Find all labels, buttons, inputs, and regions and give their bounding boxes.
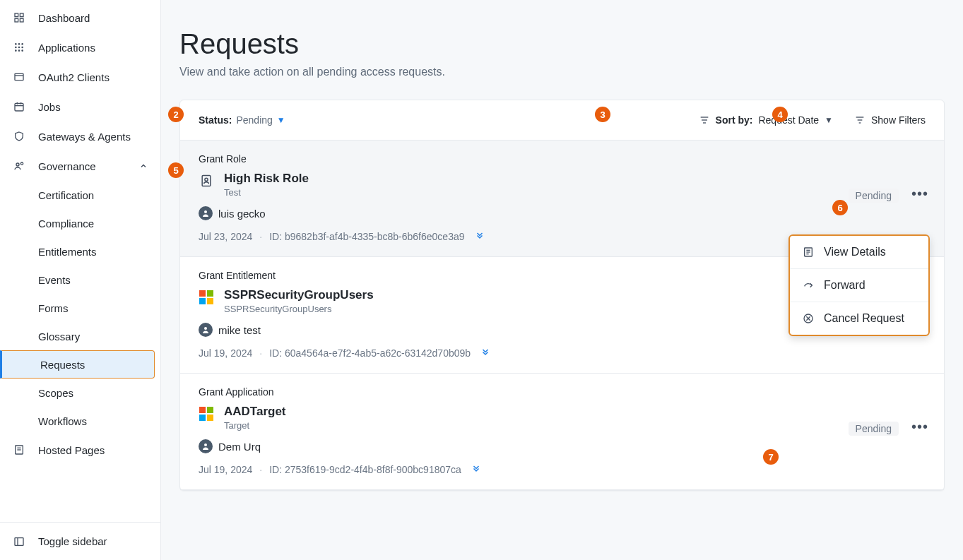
sub-glossary[interactable]: Glossary [0, 322, 160, 350]
sort-icon [699, 114, 710, 126]
avatar-icon [199, 206, 213, 220]
svg-rect-13 [15, 73, 23, 80]
toggle-label: Toggle sidebar [38, 535, 107, 547]
forward-action[interactable]: Forward [790, 268, 928, 302]
forward-icon [803, 280, 815, 291]
page-subtitle: View and take action on all pending acce… [179, 66, 945, 78]
chevron-down-icon[interactable]: ▼ [277, 115, 285, 125]
window-icon [13, 71, 25, 83]
shield-icon [13, 131, 25, 142]
expand-icon[interactable] [471, 463, 481, 475]
nav-applications[interactable]: Applications [0, 32, 160, 62]
chevron-up-icon [139, 160, 148, 172]
role-icon [199, 173, 214, 189]
request-id: ID: b9682b3f-af4b-4335-bc8b-6b6f6e0ce3a9 [269, 231, 464, 242]
request-title: SSPRSecurityGroupUsers [224, 288, 374, 302]
request-subtitle: SSPRSecurityGroupUsers [224, 304, 374, 314]
status-badge: Pending [849, 189, 899, 203]
more-actions-button[interactable]: ••• [911, 419, 928, 435]
svg-point-12 [21, 49, 23, 52]
nav-hosted-pages[interactable]: Hosted Pages [0, 435, 160, 465]
nav-label: Governance [38, 160, 96, 172]
sub-workflows[interactable]: Workflows [0, 407, 160, 435]
svg-point-8 [18, 47, 20, 49]
svg-point-4 [15, 43, 17, 45]
action-label: Cancel Request [824, 312, 904, 325]
expand-icon[interactable] [480, 347, 490, 359]
sub-forms[interactable]: Forms [0, 294, 160, 322]
avatar-icon [199, 439, 213, 453]
svg-point-33 [205, 178, 208, 181]
nav-governance[interactable]: Governance [0, 151, 160, 181]
details-icon [803, 246, 815, 258]
request-title: AADTarget [224, 405, 286, 419]
action-label: View Details [824, 246, 886, 258]
request-date: Jul 23, 2024 [199, 231, 252, 242]
sort-label: Sort by: [716, 114, 753, 126]
request-title: High Risk Role [224, 172, 309, 186]
nav-label: Gateways & Agents [38, 131, 131, 143]
nav-jobs[interactable]: Jobs [0, 92, 160, 121]
nav-oauth2[interactable]: OAuth2 Clients [0, 62, 160, 92]
sub-compliance[interactable]: Compliance [0, 209, 160, 237]
calendar-icon [13, 101, 25, 112]
sort-by[interactable]: Sort by: Request Date ▼ [699, 114, 833, 126]
svg-point-11 [18, 49, 20, 52]
svg-point-5 [18, 43, 20, 45]
nav-dashboard[interactable]: Dashboard [0, 3, 160, 32]
page-icon [13, 444, 25, 455]
request-user: luis gecko [218, 208, 266, 220]
actions-popover: View Details Forward Cancel Request [788, 234, 930, 336]
sub-requests[interactable]: Requests [0, 350, 155, 379]
nav-gateways[interactable]: Gateways & Agents [0, 121, 160, 151]
chevron-down-icon: ▼ [825, 115, 833, 125]
svg-rect-1 [20, 13, 23, 17]
sub-entitlements[interactable]: Entitlements [0, 237, 160, 266]
main: Requests View and take action on all pen… [161, 0, 963, 560]
filter-label: Show Filters [871, 114, 926, 126]
request-row[interactable]: Grant Application AADTarget Target Dem U… [180, 374, 944, 490]
svg-rect-15 [15, 103, 23, 111]
svg-rect-24 [15, 537, 23, 545]
nav-label: Hosted Pages [38, 444, 105, 456]
svg-point-9 [21, 47, 23, 49]
request-id: ID: 60a4564a-e7f2-4ab5-a62c-63142d70b09b [269, 347, 471, 359]
request-user: mike test [218, 324, 261, 336]
more-actions-button[interactable]: ••• [911, 186, 928, 202]
toggle-sidebar[interactable]: Toggle sidebar [0, 522, 160, 560]
nav-label: Jobs [38, 101, 61, 113]
page-title: Requests [179, 28, 945, 60]
svg-point-36 [204, 443, 207, 446]
dashboard-icon [13, 12, 25, 23]
svg-rect-0 [15, 13, 18, 17]
svg-point-20 [20, 162, 23, 165]
request-date: Jul 19, 2024 [199, 347, 252, 359]
svg-point-6 [21, 43, 23, 45]
view-details-action[interactable]: View Details [790, 236, 928, 268]
sub-certification[interactable]: Certification [0, 181, 160, 209]
app-icon [199, 406, 214, 422]
request-type: Grant Role [199, 153, 926, 165]
requests-panel: Status: Pending ▼ Sort by: Request Date … [179, 100, 945, 491]
show-filters[interactable]: Show Filters [854, 114, 926, 126]
svg-rect-2 [15, 18, 18, 22]
status-value[interactable]: Pending [236, 114, 272, 126]
request-user: Dem Urq [218, 441, 261, 453]
svg-rect-3 [20, 18, 23, 22]
cancel-icon [803, 313, 815, 324]
nav-label: OAuth2 Clients [38, 71, 110, 83]
expand-icon[interactable] [475, 230, 485, 242]
sub-scopes[interactable]: Scopes [0, 379, 160, 407]
svg-point-35 [204, 327, 207, 330]
status-badge: Pending [849, 422, 899, 436]
nav-label: Applications [38, 42, 95, 54]
sub-events[interactable]: Events [0, 266, 160, 294]
cancel-action[interactable]: Cancel Request [790, 302, 928, 335]
request-id: ID: 2753f619-9cd2-4f4b-8f8f-900bc91807ca [269, 464, 461, 475]
svg-point-19 [16, 163, 19, 166]
request-type: Grant Application [199, 386, 926, 398]
svg-point-10 [15, 49, 17, 52]
request-subtitle: Test [224, 187, 309, 198]
request-date: Jul 19, 2024 [199, 464, 252, 475]
apps-icon [13, 42, 25, 53]
